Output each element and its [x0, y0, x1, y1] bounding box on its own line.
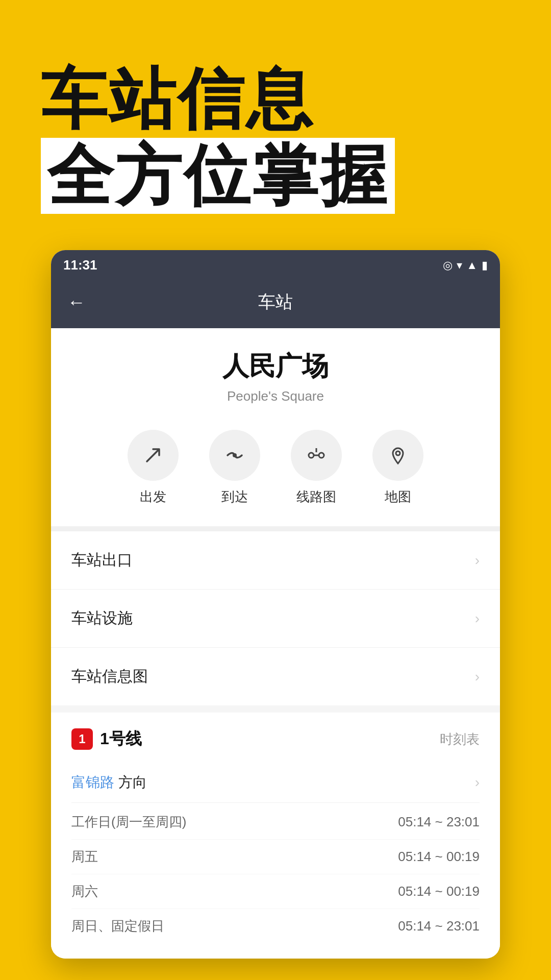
hero-line1: 车站信息 — [41, 61, 510, 138]
chevron-icon-3: › — [475, 669, 480, 685]
header-title: 车站 — [258, 290, 293, 314]
arrive-icon — [209, 430, 260, 481]
routemap-icon — [291, 430, 342, 481]
svg-point-1 — [233, 453, 237, 457]
svg-point-3 — [319, 453, 324, 458]
schedule-day-2: 周六 — [71, 883, 98, 900]
line-header: 1 1号线 时刻表 — [71, 728, 480, 750]
menu-item-infomap-label: 车站信息图 — [71, 666, 148, 687]
schedule-row-3: 周日、固定假日 05:14 ~ 23:01 — [71, 909, 480, 943]
menu-item-facilities[interactable]: 车站设施 › — [51, 590, 500, 648]
schedule-row-2: 周六 05:14 ~ 00:19 — [71, 874, 480, 909]
direction-chevron: › — [475, 774, 480, 791]
action-arrive[interactable]: 到达 — [209, 430, 260, 506]
schedule-time-1: 05:14 ~ 00:19 — [398, 849, 480, 865]
status-time: 11:31 — [63, 257, 97, 273]
routemap-label: 线路图 — [296, 488, 336, 506]
direction-secondary: 方向 — [118, 774, 147, 790]
hero-section: 车站信息 全方位掌握 — [0, 0, 551, 244]
schedule-time-0: 05:14 ~ 23:01 — [398, 814, 480, 830]
menu-item-exit[interactable]: 车站出口 › — [51, 531, 500, 590]
wifi-icon: ▾ — [457, 259, 462, 272]
status-icons: ◎ ▾ ▲ ▮ — [443, 259, 488, 272]
action-buttons: 出发 到达 — [67, 425, 484, 511]
back-button[interactable]: ← — [67, 291, 86, 313]
status-bar: 11:31 ◎ ▾ ▲ ▮ — [51, 250, 500, 280]
signal-icon: ▲ — [466, 259, 478, 272]
action-depart[interactable]: 出发 — [128, 430, 179, 506]
station-name-en: People's Square — [67, 388, 484, 404]
schedule-rows: 工作日(周一至周四) 05:14 ~ 23:01 周五 05:14 ~ 00:1… — [71, 805, 480, 943]
menu-item-facilities-label: 车站设施 — [71, 608, 133, 629]
direction-main: 富锦路 — [71, 774, 114, 790]
menu-item-exit-label: 车站出口 — [71, 550, 133, 571]
line-badge: 1 — [71, 728, 93, 750]
line-name: 1号线 — [100, 728, 142, 750]
chevron-icon: › — [475, 552, 480, 569]
arrive-label: 到达 — [221, 488, 248, 506]
hero-line2: 全方位掌握 — [41, 138, 395, 214]
action-map[interactable]: 地图 — [372, 430, 423, 506]
map-icon — [372, 430, 423, 481]
schedule-row-1: 周五 05:14 ~ 00:19 — [71, 840, 480, 874]
schedule-time-3: 05:14 ~ 23:01 — [398, 918, 480, 934]
svg-point-4 — [396, 451, 400, 455]
svg-point-2 — [309, 453, 314, 458]
direction-text: 富锦路 方向 — [71, 773, 147, 792]
battery-icon: ▮ — [482, 259, 488, 272]
schedule-link[interactable]: 时刻表 — [440, 730, 480, 748]
station-name-cn: 人民广场 — [67, 349, 484, 384]
app-header: ← 车站 — [51, 280, 500, 328]
schedule-day-3: 周日、固定假日 — [71, 917, 164, 935]
hero-title: 车站信息 全方位掌握 — [41, 61, 510, 214]
schedule-day-1: 周五 — [71, 848, 98, 866]
schedule-day-0: 工作日(周一至周四) — [71, 813, 186, 831]
phone-mockup: 11:31 ◎ ▾ ▲ ▮ ← 车站 人民广场 People's Square — [51, 250, 500, 959]
action-routemap[interactable]: 线路图 — [291, 430, 342, 506]
map-label: 地图 — [385, 488, 411, 506]
depart-label: 出发 — [140, 488, 166, 506]
station-info: 人民广场 People's Square 出发 — [51, 328, 500, 531]
line-badge-row: 1 1号线 — [71, 728, 142, 750]
direction-row[interactable]: 富锦路 方向 › — [71, 763, 480, 803]
menu-section: 车站出口 › 车站设施 › 车站信息图 › — [51, 531, 500, 705]
line-section: 1 1号线 时刻表 富锦路 方向 › 工作日(周一至周四) 05:14 ~ 23… — [51, 713, 500, 959]
schedule-row-0: 工作日(周一至周四) 05:14 ~ 23:01 — [71, 805, 480, 840]
schedule-time-2: 05:14 ~ 00:19 — [398, 884, 480, 899]
location-icon: ◎ — [443, 259, 453, 272]
chevron-icon-2: › — [475, 610, 480, 627]
menu-item-infomap[interactable]: 车站信息图 › — [51, 648, 500, 705]
depart-icon — [128, 430, 179, 481]
